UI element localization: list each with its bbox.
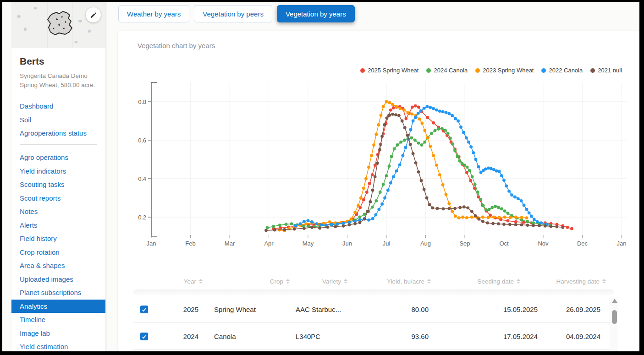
sidebar-item-alerts[interactable]: Alerts: [11, 218, 105, 232]
sidebar-item-dashboard[interactable]: Dashboard: [11, 99, 105, 113]
series-point: [476, 191, 479, 194]
sidebar-item-scouting-tasks[interactable]: Scouting tasks: [11, 178, 105, 191]
sidebar-item-yield-estimation[interactable]: Yield estimation: [11, 340, 105, 354]
column-header-yield-bu-acre[interactable]: Yield, bu/acre: [347, 278, 431, 285]
legend-item-2022-canola[interactable]: 2022 Canola: [541, 67, 583, 74]
legend-item-2024-canola[interactable]: 2024 Canola: [426, 67, 468, 74]
sidebar-item-uploaded-images[interactable]: Uploaded images: [11, 273, 105, 286]
series-point: [482, 204, 485, 207]
series-point: [358, 221, 362, 224]
legend-item-2023-spring-wheat[interactable]: 2023 Spring Wheat: [475, 67, 534, 74]
sort-icon[interactable]: [602, 279, 606, 284]
table-row-2025[interactable]: 2025Spring WheatAAC Starbuc...80.0015.05…: [133, 297, 614, 322]
series-point: [544, 224, 547, 228]
column-header-harvesting-date[interactable]: Harvesting date: [520, 278, 606, 285]
sidebar-item-area-shapes[interactable]: Area & shapes: [11, 259, 105, 273]
series-point: [457, 216, 461, 219]
legend-item-2021-null[interactable]: 2021 null: [590, 67, 622, 74]
series-point: [505, 185, 508, 188]
crops-table-body: 2025Spring WheatAAC Starbuc...80.0015.05…: [133, 297, 614, 351]
legend-item-2025-spring-wheat[interactable]: 2025 Spring Wheat: [360, 67, 418, 74]
scrollbar-thumb[interactable]: [612, 310, 617, 324]
series-point: [411, 105, 414, 109]
series-point: [520, 216, 523, 219]
series-point: [310, 220, 314, 224]
column-header-label: Seeding date: [477, 278, 514, 285]
series-point: [466, 165, 469, 169]
row-checkbox[interactable]: [140, 333, 148, 340]
series-point: [266, 226, 269, 229]
table-row-2024[interactable]: 2024CanolaL340PC93.6017.05.202404.09.202…: [133, 324, 614, 350]
series-point: [393, 147, 396, 151]
column-header-seeding-date[interactable]: Seeding date: [431, 278, 520, 285]
table-scrollbar[interactable]: [610, 297, 618, 351]
sidebar-item-agrooperations-status[interactable]: Agrooperations status: [11, 126, 105, 140]
sort-icon[interactable]: [427, 279, 431, 284]
cell-crop: Canola: [202, 333, 291, 340]
series-point: [418, 117, 421, 120]
series-point: [377, 123, 380, 126]
sort-icon[interactable]: [199, 279, 203, 284]
series-point: [465, 137, 468, 140]
field-map-thumbnail[interactable]: [11, 2, 105, 48]
series-point: [550, 225, 553, 228]
series-point: [294, 224, 297, 228]
tab-vegetation-by-years[interactable]: Vegetation by years: [277, 5, 355, 22]
check-icon: [141, 334, 147, 339]
sidebar-item-planet-subscriptions[interactable]: Planet subscriptions: [11, 286, 105, 300]
series-point: [403, 126, 407, 129]
sidebar-item-notes[interactable]: Notes: [11, 205, 105, 218]
series-point: [469, 145, 473, 148]
edit-field-button[interactable]: [86, 7, 101, 22]
field-description: Syngenta Canada Demo Spring Wheat, 580.0…: [20, 71, 101, 90]
series-point: [447, 202, 451, 205]
series-point: [417, 112, 420, 115]
sidebar-item-crop-rotation[interactable]: Crop rotation: [11, 246, 105, 259]
series-point: [307, 219, 310, 222]
series-point: [514, 216, 517, 219]
series-point: [334, 225, 337, 228]
sidebar-item-image-lab[interactable]: Image lab: [11, 327, 105, 340]
row-checkbox-cell: [133, 333, 155, 340]
column-header-year[interactable]: Year: [133, 278, 203, 285]
series-point: [500, 208, 503, 211]
vegetation-chart-svg[interactable]: 0.20.40.60.8JanFebMarAprMayJunJulAugSepO…: [135, 77, 635, 257]
row-checkbox[interactable]: [140, 306, 148, 313]
series-point: [434, 129, 437, 132]
series-point: [423, 188, 426, 191]
series-point: [398, 163, 402, 166]
field-name: Berts: [20, 56, 44, 67]
sidebar-item-soil[interactable]: Soil: [11, 113, 105, 127]
series-point: [514, 223, 517, 226]
sort-icon[interactable]: [286, 279, 290, 284]
column-header-crop[interactable]: Crop: [203, 278, 290, 285]
sidebar-item-yield-indicators[interactable]: Yield indicators: [11, 164, 105, 178]
sort-icon[interactable]: [344, 279, 347, 284]
sidebar-item-analytics[interactable]: Analytics: [11, 300, 105, 313]
series-point: [404, 117, 407, 120]
sidebar-item-timeline[interactable]: Timeline: [11, 313, 105, 327]
series-point: [486, 221, 489, 224]
sidebar-item-agro-operations[interactable]: Agro operations: [11, 151, 105, 164]
series-point: [357, 204, 360, 207]
series-point: [431, 206, 435, 209]
column-header-variety[interactable]: Variety: [290, 278, 347, 285]
series-point: [438, 173, 441, 176]
tab-vegetation-by-peers[interactable]: Vegetation by peers: [194, 5, 272, 22]
sort-icon[interactable]: [517, 279, 520, 284]
series-point: [510, 193, 513, 197]
pencil-icon: [90, 11, 97, 19]
cell-seeding-date: 17.05.2024: [432, 333, 541, 340]
sidebar-item-field-history[interactable]: Field history: [11, 232, 105, 246]
series-point: [320, 223, 323, 226]
row-checkbox-cell: [133, 306, 155, 313]
series-point: [477, 165, 480, 169]
series-point: [374, 199, 378, 202]
scrollbar-up-icon[interactable]: [612, 299, 617, 303]
series-point: [502, 223, 506, 226]
sidebar-item-scout-reports[interactable]: Scout reports: [11, 191, 105, 205]
series-point: [394, 113, 397, 116]
tab-weather-by-years[interactable]: Weather by years: [118, 5, 189, 22]
x-tick-label: Sep: [459, 240, 470, 247]
y-tick-label: 0.6: [138, 137, 146, 144]
